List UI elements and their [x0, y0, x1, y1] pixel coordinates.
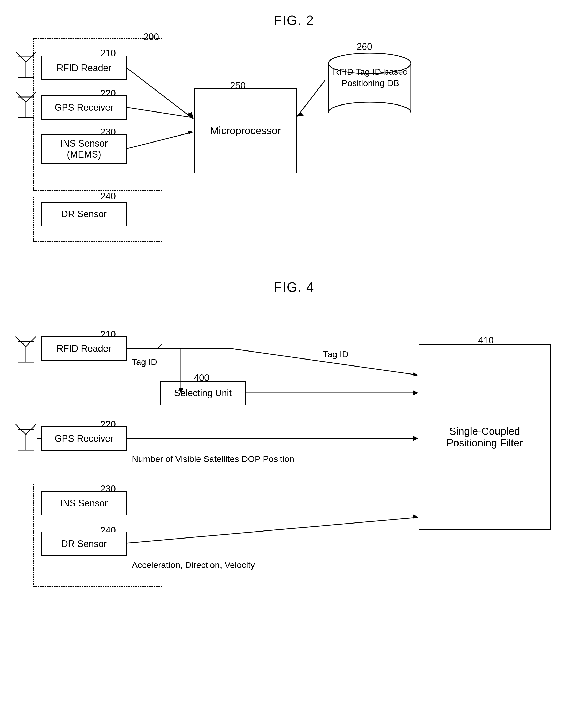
- svg-marker-46: [413, 515, 418, 519]
- fig2-label-200: 200: [144, 32, 159, 42]
- fig2-title: FIG. 2: [0, 13, 588, 28]
- svg-marker-17: [189, 112, 193, 119]
- fig2-ins-sensor-line2: (MEMS): [67, 149, 101, 160]
- svg-line-22: [297, 80, 325, 116]
- svg-marker-42: [413, 390, 418, 396]
- fig4-antenna-1: [14, 334, 38, 365]
- svg-rect-15: [328, 113, 411, 119]
- fig2-rfid-db-label: RFID Tag ID-based Positioning DB: [328, 66, 413, 89]
- svg-marker-44: [413, 436, 418, 441]
- fig4-tag-id-label2: Tag ID: [323, 349, 349, 359]
- fig4-gps-receiver-box: GPS Receiver: [41, 426, 127, 451]
- fig4-dr-sensor-box: DR Sensor: [41, 531, 127, 556]
- fig4-rfid-reader-box: RFID Reader: [41, 336, 127, 361]
- fig2-ins-sensor-line1: INS Sensor: [60, 138, 108, 149]
- svg-marker-23: [297, 112, 304, 116]
- fig2-rfid-reader-box: RFID Reader: [41, 56, 127, 80]
- svg-line-47: [158, 344, 162, 348]
- fig2-gps-receiver-box: GPS Receiver: [41, 95, 127, 120]
- fig4-single-coupled-box: Single-Coupled Positioning Filter: [419, 344, 550, 530]
- fig2-antenna-2: [14, 89, 38, 120]
- fig2-microprocessor-box: Microprocessor: [194, 88, 297, 173]
- fig2-dr-sensor-box: DR Sensor: [41, 202, 127, 226]
- fig4-single-coupled-line1: Single-Coupled: [449, 425, 520, 437]
- svg-marker-40: [413, 372, 418, 377]
- fig4-antenna-2: [14, 422, 38, 452]
- svg-marker-21: [188, 130, 193, 135]
- fig4-title: FIG. 4: [0, 279, 588, 295]
- fig4-tag-id-label1: Tag ID: [132, 357, 157, 367]
- fig4-ins-sensor-box: INS Sensor: [41, 491, 127, 516]
- fig4-accel-label: Acceleration, Direction, Velocity: [132, 560, 255, 570]
- fig2-antenna-1: [14, 49, 38, 80]
- fig4-single-coupled-line2: Positioning Filter: [446, 437, 523, 449]
- svg-marker-19: [188, 112, 193, 118]
- page: FIG. 2 200 210 RFID Reader 220 GPS Recei…: [0, 0, 588, 725]
- fig2-ins-sensor-box: INS Sensor (MEMS): [41, 134, 127, 164]
- svg-line-45: [127, 517, 418, 543]
- fig4-selecting-unit-box: Selecting Unit: [160, 381, 246, 405]
- fig2-label-240: 240: [100, 191, 116, 202]
- fig4-num-satellites-label: Number of Visible Satellites DOP Positio…: [132, 454, 294, 464]
